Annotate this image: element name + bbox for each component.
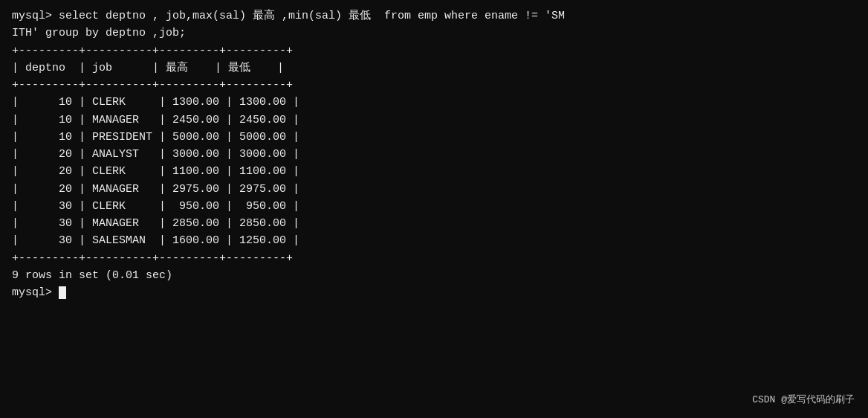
terminal-line: +---------+----------+---------+--------… bbox=[12, 250, 856, 267]
terminal-line: | 10 | CLERK | 1300.00 | 1300.00 | bbox=[12, 94, 856, 111]
terminal-line: | 10 | PRESIDENT | 5000.00 | 5000.00 | bbox=[12, 129, 856, 146]
terminal-line: +---------+----------+---------+--------… bbox=[12, 77, 856, 94]
terminal-line: +---------+----------+---------+--------… bbox=[12, 42, 856, 60]
cursor bbox=[59, 286, 66, 299]
terminal-line: ITH' group by deptno ,job; bbox=[12, 25, 856, 42]
terminal-line: | deptno | job | 最高 | 最低 | bbox=[12, 60, 856, 77]
terminal-line: | 20 | CLERK | 1100.00 | 1100.00 | bbox=[12, 163, 856, 180]
watermark: CSDN @爱写代码的刷子 bbox=[752, 393, 855, 408]
terminal: mysql> select deptno , job,max(sal) 最高 ,… bbox=[12, 7, 856, 411]
terminal-line: | 30 | SALESMAN | 1600.00 | 1250.00 | bbox=[12, 232, 856, 249]
terminal-line: | 10 | MANAGER | 2450.00 | 2450.00 | bbox=[12, 112, 856, 129]
terminal-line: | 30 | MANAGER | 2850.00 | 2850.00 | bbox=[12, 215, 856, 232]
terminal-line: | 20 | MANAGER | 2975.00 | 2975.00 | bbox=[12, 181, 856, 198]
terminal-line: | 20 | ANALYST | 3000.00 | 3000.00 | bbox=[12, 146, 856, 163]
terminal-line: | 30 | CLERK | 950.00 | 950.00 | bbox=[12, 198, 856, 215]
terminal-line: 9 rows in set (0.01 sec) bbox=[12, 267, 856, 284]
terminal-line: mysql> bbox=[12, 284, 856, 301]
terminal-line: mysql> select deptno , job,max(sal) 最高 ,… bbox=[12, 7, 856, 25]
